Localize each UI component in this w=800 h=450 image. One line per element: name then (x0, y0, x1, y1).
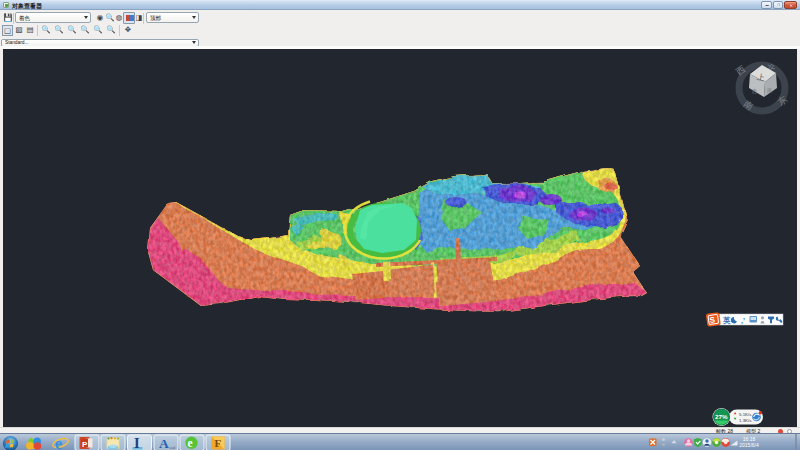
svg-text:P: P (82, 440, 88, 449)
svg-text:F: F (215, 437, 222, 449)
svg-text:西: 西 (752, 88, 757, 95)
svg-text:英: 英 (722, 316, 731, 325)
svg-text:cad: cad (170, 446, 176, 450)
svg-text:e: e (55, 435, 62, 450)
svg-text:5.1K/s: 5.1K/s (739, 412, 752, 417)
svg-text:,ʼ: ,ʼ (741, 317, 745, 325)
svg-text:I: I (134, 435, 140, 450)
svg-text:e: e (188, 437, 193, 449)
svg-text:上: 上 (755, 72, 765, 82)
svg-text:27%: 27% (715, 413, 728, 420)
svg-text:南: 南 (767, 87, 772, 93)
svg-text:A: A (159, 436, 169, 450)
svg-text:1.3K/s: 1.3K/s (739, 418, 752, 423)
